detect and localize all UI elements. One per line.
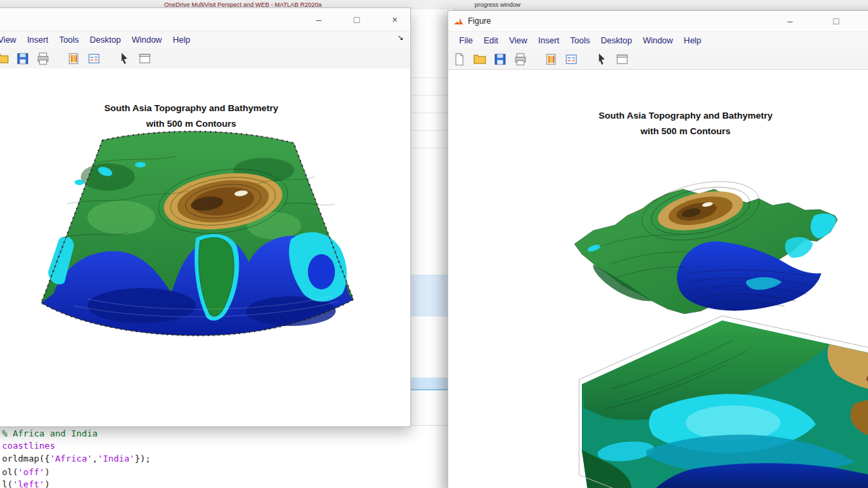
menu-desktop[interactable]: Desktop (595, 35, 637, 47)
menu-insert[interactable]: Insert (22, 34, 54, 46)
right-window-controls: – □ × (784, 11, 868, 31)
editor-ruler-line (406, 95, 453, 96)
pointer-icon[interactable] (595, 52, 609, 66)
menu-window[interactable]: Window (637, 35, 678, 47)
menu-help[interactable]: Help (678, 35, 707, 47)
menu-insert[interactable]: Insert (533, 35, 565, 47)
dock-panel-icon[interactable] (138, 52, 152, 66)
matlab-logo-icon (454, 16, 464, 26)
right-titlebar[interactable]: Figure – □ × (448, 11, 868, 32)
menu-edit[interactable]: Edit (478, 35, 504, 47)
dock-figure-icon[interactable]: ↘ (397, 33, 403, 42)
code-editor[interactable]: % Africa and India coastlines orldmap({'… (0, 425, 454, 488)
print-icon[interactable] (513, 52, 528, 66)
menu-desktop[interactable]: Desktop (84, 34, 126, 46)
colorbar-icon[interactable] (66, 52, 81, 66)
left-figure-canvas: South Asia Topography and Bathymetry wit… (0, 68, 410, 426)
pointer-icon[interactable] (117, 52, 132, 66)
figure-window-right: Figure – □ × File Edit View Insert Tools… (448, 10, 868, 488)
legend-icon[interactable] (564, 52, 578, 66)
minimize-button[interactable]: – (313, 14, 325, 25)
code-line-worldmap: orldmap({'Africa','India'}); (2, 453, 151, 464)
right-title-group: Figure (454, 11, 491, 31)
window-title: Figure (468, 16, 491, 26)
save-icon[interactable] (493, 52, 507, 66)
menu-view[interactable]: View (504, 35, 533, 47)
maximize-button[interactable]: □ (830, 16, 842, 26)
editor-ruler-line (406, 130, 453, 131)
editor-ruler-line (406, 77, 453, 78)
figure-window-left: – □ × View Insert Tools Desktop Window H… (0, 7, 411, 427)
code-line-off: ol('off') (2, 467, 50, 477)
right-menubar: File Edit View Insert Tools Desktop Wind… (448, 32, 868, 49)
left-window-controls: – □ × (313, 8, 401, 30)
editor-selection-block (406, 274, 453, 317)
desktop: OneDrive MultiVisit Perspect and WEB - M… (0, 0, 868, 488)
left-menubar: View Insert Tools Desktop Window Help ↘ (0, 31, 410, 48)
left-toolbar (0, 48, 410, 69)
menu-file[interactable]: File (454, 35, 478, 47)
editor-ruler-line (406, 113, 453, 113)
code-line-load: coastlines (2, 441, 55, 451)
colorbar-icon[interactable] (544, 52, 558, 66)
left-titlebar[interactable]: – □ × (0, 8, 410, 31)
right-figure-canvas: South Asia Topography and Bathymetry wit… (448, 70, 868, 488)
editor-background (406, 9, 453, 488)
new-document-icon[interactable] (452, 52, 467, 66)
dock-panel-icon[interactable] (615, 52, 629, 66)
left-figure-title: South Asia Topography and Bathymetry wit… (0, 101, 410, 132)
menu-tools[interactable]: Tools (565, 35, 595, 47)
right-figure-title: South Asia Topography and Bathymetry wit… (448, 108, 868, 140)
right-toolbar (448, 49, 868, 70)
maximize-button[interactable]: □ (351, 14, 363, 25)
menu-tools[interactable]: Tools (54, 34, 84, 46)
save-icon[interactable] (16, 52, 30, 66)
main-title-right-text: progress window (475, 1, 521, 8)
code-line-comment: % Africa and India (2, 428, 98, 439)
menu-view[interactable]: View (0, 34, 22, 46)
minimize-button[interactable]: – (784, 16, 796, 26)
editor-caret-line (406, 389, 453, 390)
menu-help[interactable]: Help (167, 34, 196, 46)
open-folder-icon[interactable] (473, 52, 487, 66)
code-line-left: l('left') (2, 479, 50, 488)
print-icon[interactable] (36, 52, 50, 66)
menu-window[interactable]: Window (126, 34, 167, 46)
open-folder-icon[interactable] (0, 52, 9, 66)
editor-ruler-line (406, 148, 453, 148)
editor-selected-line (406, 378, 453, 389)
legend-icon[interactable] (87, 52, 101, 66)
close-button[interactable]: × (389, 14, 401, 25)
